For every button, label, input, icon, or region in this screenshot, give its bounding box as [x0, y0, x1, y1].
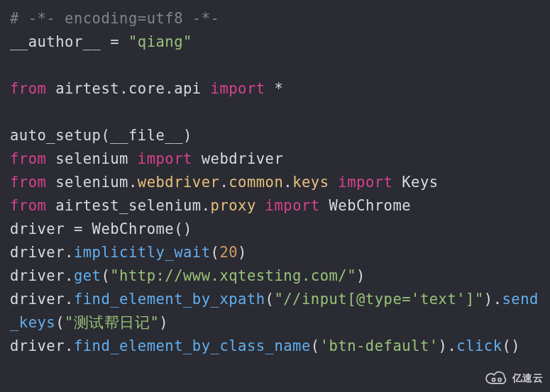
svg-point-1: [497, 379, 500, 381]
code-line-13: driver.find_element_by_xpath("//input[@t…: [10, 291, 539, 331]
svg-point-0: [492, 379, 495, 381]
code-line-2: __author__ = "qiang": [10, 33, 192, 50]
code-line-1: # -*- encoding=utf8 -*-: [10, 10, 219, 27]
code-line-9: from airtest_selenium.proxy import WebCh…: [10, 197, 411, 214]
code-block: # -*- encoding=utf8 -*- __author__ = "qi…: [0, 0, 550, 365]
code-line-12: driver.get("http://www.xqtesting.com/"): [10, 267, 365, 284]
code-line-7: from selenium import webdriver: [10, 150, 283, 167]
code-line-8: from selenium.webdriver.common.keys impo…: [10, 174, 439, 191]
code-line-14: driver.find_element_by_class_name('btn-d…: [10, 337, 520, 354]
code-line-11: driver.implicitly_wait(20): [10, 244, 247, 261]
watermark-text: 亿速云: [512, 372, 544, 385]
cloud-icon: [484, 371, 508, 386]
watermark: 亿速云: [484, 371, 544, 386]
code-line-4: from airtest.core.api import *: [10, 80, 283, 97]
code-line-6: auto_setup(__file__): [10, 127, 192, 144]
code-line-10: driver = WebChrome(): [10, 220, 192, 237]
